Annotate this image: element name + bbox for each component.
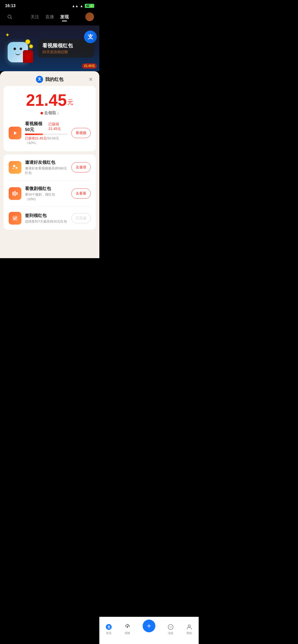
- main-amount: 21.45: [26, 91, 67, 109]
- invite-task-title: 邀请好友领红包: [25, 159, 68, 165]
- task-title-row: 看视频领50元 已获得21.45元: [25, 121, 68, 133]
- avatar[interactable]: [85, 12, 94, 21]
- amount-unit: 元: [67, 99, 73, 106]
- svg-marker-2: [14, 131, 17, 135]
- video-task-earned: 已获得21.45元: [48, 122, 68, 131]
- claim-dot: [40, 112, 43, 114]
- drama-task-sub: 看50个微剧，领红包（0/50）: [25, 192, 68, 201]
- drama-task-info: 看微剧领红包 看50个微剧，领红包（0/50）: [25, 186, 68, 201]
- close-button[interactable]: ✕: [87, 76, 94, 83]
- checkin-task-icon: [9, 212, 21, 225]
- claim-arrow-icon: ›: [57, 111, 59, 115]
- star-icon: ✦: [5, 32, 10, 38]
- status-bar: 16:13 ▲▲ ▲ 42: [0, 0, 99, 10]
- progress-bar-container: [25, 134, 68, 135]
- tab-follow[interactable]: 关注: [31, 14, 39, 20]
- alipay-corner-badge: 支: [84, 31, 97, 43]
- sheet-header: 支 我的红包 ✕: [0, 71, 99, 86]
- invite-task-item: 邀请好友领红包 邀请好友看视频最高得588元红包 去邀请: [9, 154, 91, 181]
- invite-button[interactable]: 去邀请: [71, 162, 91, 172]
- checkin-done-button[interactable]: 已完成: [71, 213, 91, 223]
- drama-task-item: 看微剧领红包 看50个微剧，领红包（0/50） 去看看: [9, 181, 91, 207]
- avatar-image: [85, 12, 94, 21]
- svg-rect-8: [16, 192, 17, 195]
- bottom-sheet: 支 我的红包 ✕ 21.45元 去领取 › 看视频领50元: [0, 71, 99, 258]
- sheet-title: 支 我的红包: [36, 76, 63, 83]
- wifi-icon: ▲: [80, 4, 83, 8]
- status-right: ▲▲ ▲ 42: [72, 4, 94, 8]
- claim-row[interactable]: 去领取 ›: [9, 110, 91, 116]
- tab-discover[interactable]: 发现: [60, 14, 69, 20]
- invite-task-sub: 邀请好友看视频最高得588元红包: [25, 166, 68, 175]
- svg-point-3: [13, 165, 15, 167]
- video-task-title: 看视频领50元: [25, 121, 47, 133]
- amount-corner-badge: 21.45元: [82, 63, 97, 69]
- mascot-eye-left: [13, 48, 16, 50]
- video-task-sub: 已获得21.45元/50.00元（42%）: [25, 136, 68, 145]
- progress-bar-fill: [25, 134, 43, 135]
- claim-text: 去领取: [44, 110, 56, 116]
- amount-display: 21.45元: [9, 92, 91, 108]
- progress-earned-red: 已获得21.45元: [25, 136, 47, 140]
- watch-drama-button[interactable]: 去看看: [71, 188, 91, 199]
- video-task-icon: [9, 127, 21, 139]
- video-task-info: 看视频领50元 已获得21.45元 已获得21.45元/50.00元（42%）: [25, 121, 68, 145]
- drama-task-icon: [9, 187, 21, 200]
- watch-video-button[interactable]: 看视频: [71, 128, 91, 138]
- svg-rect-7: [15, 191, 16, 196]
- hero-mascot: ✦: [5, 32, 36, 65]
- checkin-task-title: 签到领红包: [25, 213, 68, 218]
- hero-banner: ✦ 看视频领红包 20天后活动过期 支 21.45元: [0, 25, 99, 71]
- search-button[interactable]: [5, 12, 14, 21]
- alipay-logo: 支: [36, 76, 43, 83]
- battery-indicator: 42: [85, 4, 94, 8]
- status-time: 16:13: [5, 4, 16, 8]
- red-bag-decoration: [23, 50, 33, 63]
- invite-task-info: 邀请好友领红包 邀请好友看视频最高得588元红包: [25, 159, 68, 175]
- hero-speech-bubble[interactable]: 看视频领红包 20天后活动过期: [38, 39, 94, 57]
- main-card: 21.45元 去领取 › 看视频领50元 已获得21.45元: [4, 86, 96, 151]
- hero-speech-subtitle: 20天后活动过期: [42, 50, 90, 54]
- hero-speech-title: 看视频领红包: [42, 42, 90, 49]
- signal-icon: ▲▲: [72, 4, 78, 8]
- video-task-row: 看视频领50元 已获得21.45元 已获得21.45元/50.00元（42%） …: [9, 121, 91, 145]
- nav-tabs: 关注 直播 发现: [31, 14, 69, 20]
- mascot-eye-right: [20, 48, 22, 50]
- checkin-task-info: 签到领红包 连续签到7天最高得30元红包: [25, 213, 68, 224]
- mascot-mouth: [15, 53, 20, 55]
- tab-live[interactable]: 直播: [45, 14, 54, 20]
- svg-line-1: [11, 18, 12, 19]
- top-nav: 关注 直播 发现: [0, 10, 99, 25]
- coin-decoration-2: [29, 45, 33, 48]
- checkin-task-item: 签到领红包 连续签到7天最高得30元红包 已完成: [9, 207, 91, 230]
- secondary-card: 邀请好友领红包 邀请好友看视频最高得588元红包 去邀请 看微剧领红包 看50个…: [4, 154, 96, 230]
- checkin-task-sub: 连续签到7天最高得30元红包: [25, 219, 68, 224]
- invite-task-icon: [9, 161, 21, 174]
- drama-task-title: 看微剧领红包: [25, 186, 68, 192]
- svg-rect-6: [12, 192, 13, 195]
